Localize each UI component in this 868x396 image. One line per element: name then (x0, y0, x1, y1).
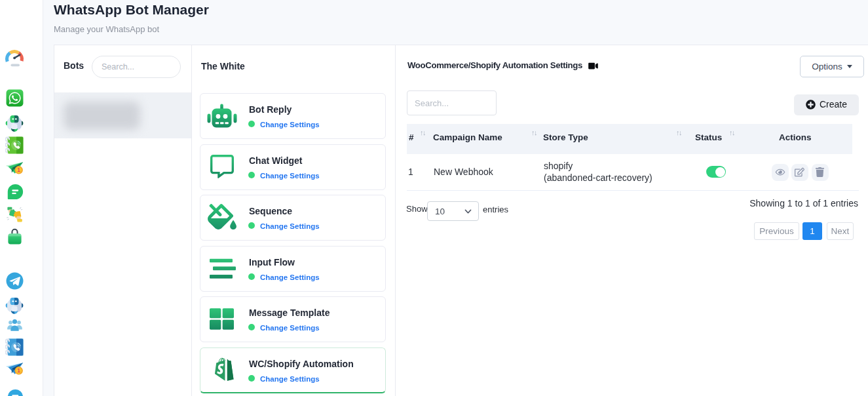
svg-text:1: 1 (17, 367, 20, 374)
svg-text:1: 1 (17, 167, 20, 173)
